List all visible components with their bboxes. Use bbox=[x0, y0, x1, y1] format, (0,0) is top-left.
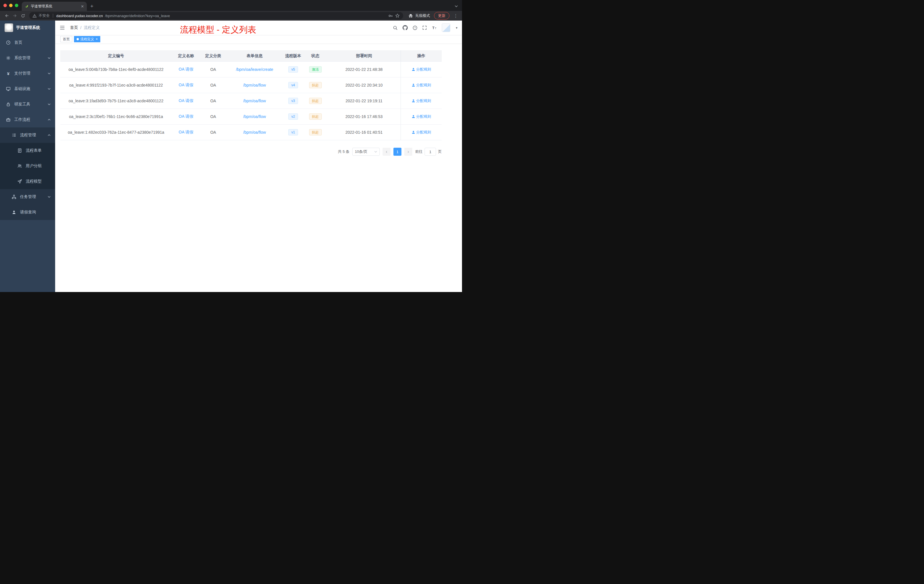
window-zoom-button[interactable] bbox=[15, 4, 18, 7]
form-icon bbox=[17, 148, 22, 153]
security-label[interactable]: 不安全 bbox=[39, 13, 50, 18]
window-close-button[interactable] bbox=[3, 4, 7, 7]
sidebar-item-infrastructure[interactable]: 基础设施 bbox=[0, 81, 55, 97]
update-button[interactable]: 更新 bbox=[434, 12, 449, 20]
tree-icon bbox=[12, 195, 16, 199]
hamburger-icon[interactable] bbox=[60, 25, 65, 30]
current-page-button[interactable]: 1 bbox=[393, 148, 401, 156]
list-icon bbox=[12, 133, 16, 137]
status-badge: 激活 bbox=[309, 66, 322, 73]
column-header-name: 定义名称 bbox=[172, 50, 200, 61]
form-info-link[interactable]: /bpm/oa/flow bbox=[243, 130, 266, 135]
sidebar-item-process-management[interactable]: 流程管理 bbox=[0, 127, 55, 143]
sidebar-item-task-management[interactable]: 任务管理 bbox=[0, 189, 55, 205]
definition-name-link[interactable]: OA 请假 bbox=[178, 130, 193, 135]
table-header-row: 定义编号 定义名称 定义分类 表单信息 流程版本 状态 部署时间 操作 bbox=[60, 50, 442, 62]
form-info-link[interactable]: /bpm/oa/flow bbox=[243, 114, 266, 119]
briefcase-icon bbox=[6, 117, 11, 122]
sidebar-item-label: 基础设施 bbox=[14, 86, 30, 91]
assign-rule-link[interactable]: 分配规则 bbox=[412, 82, 431, 88]
lock-icon bbox=[6, 102, 11, 107]
assign-rule-link[interactable]: 分配规则 bbox=[412, 114, 431, 119]
sidebar-item-label: 首页 bbox=[14, 40, 22, 45]
goto-prefix: 前往 bbox=[415, 149, 422, 154]
sidebar-item-leave-query[interactable]: 请假查询 bbox=[0, 205, 55, 220]
sidebar-item-label: 流程模型 bbox=[26, 179, 42, 184]
version-badge: v5 bbox=[288, 66, 298, 73]
forward-icon[interactable] bbox=[11, 12, 19, 20]
tab-close-icon[interactable]: ✕ bbox=[81, 4, 84, 8]
active-tag-dot bbox=[77, 38, 79, 40]
window-minimize-button[interactable] bbox=[9, 4, 13, 7]
navbar-actions: ? TT ▾ bbox=[393, 23, 457, 32]
fullscreen-icon[interactable] bbox=[422, 25, 427, 30]
breadcrumb-home[interactable]: 首页 bbox=[70, 25, 78, 30]
assign-rule-label: 分配规则 bbox=[416, 82, 431, 88]
back-icon[interactable] bbox=[3, 12, 11, 20]
next-page-button[interactable]: › bbox=[404, 148, 412, 156]
sidebar-item-label: 系统管理 bbox=[14, 55, 30, 61]
assign-rule-link[interactable]: 分配规则 bbox=[412, 130, 431, 135]
form-info-link[interactable]: /bpm/oa/flow bbox=[243, 83, 266, 87]
page-content: 定义编号 定义名称 定义分类 表单信息 流程版本 状态 部署时间 操作 oa_l… bbox=[55, 43, 462, 292]
new-tab-button[interactable]: + bbox=[90, 3, 93, 10]
main-area: 流程模型 - 定义列表 首页 / 流程定义 bbox=[55, 21, 462, 292]
security-warning-icon[interactable] bbox=[33, 14, 36, 18]
assign-rule-link[interactable]: 分配规则 bbox=[412, 98, 431, 104]
sidebar-item-system[interactable]: 系统管理 bbox=[0, 50, 55, 66]
browser-menu-icon[interactable]: ⋮ bbox=[452, 13, 459, 18]
cell-definition-id: oa_leave:4:991f2193-7b7f-11ec-a3c8-acde4… bbox=[60, 78, 172, 93]
paper-plane-icon bbox=[17, 179, 22, 184]
logo-avatar bbox=[5, 23, 13, 32]
address-bar[interactable]: 不安全 dashboard.yudao.iocoder.cn/bpm/manag… bbox=[29, 12, 403, 20]
form-info-link[interactable]: /bpm/oa/flow bbox=[243, 99, 266, 103]
browser-tab[interactable]: 芋道管理系统 ✕ bbox=[22, 2, 87, 11]
sidebar-item-process-form[interactable]: 流程表单 bbox=[0, 143, 55, 158]
definition-name-link[interactable]: OA 请假 bbox=[178, 82, 193, 88]
page-size-select[interactable]: 10条/页 bbox=[352, 148, 380, 156]
tag-process-definition[interactable]: 流程定义 × bbox=[74, 36, 100, 42]
goto-page: 前往 页 bbox=[415, 148, 442, 156]
sidebar-item-label: 用户分组 bbox=[26, 163, 42, 168]
monitor-icon bbox=[6, 87, 11, 91]
font-size-icon[interactable]: TT bbox=[432, 25, 437, 30]
tag-close-icon[interactable]: × bbox=[96, 37, 98, 41]
tab-search-chevron-icon[interactable] bbox=[455, 5, 458, 7]
url-path: /bpm/manager/definition?key=oa_leave bbox=[105, 14, 170, 18]
tag-label: 流程定义 bbox=[80, 37, 94, 42]
table-row: oa_leave:4:991f2193-7b7f-11ec-a3c8-acde4… bbox=[60, 78, 442, 93]
bookmark-star-icon[interactable] bbox=[395, 13, 400, 18]
goto-page-input[interactable] bbox=[424, 148, 436, 156]
sidebar-item-user-group[interactable]: 用户分组 bbox=[0, 158, 55, 174]
screen: 芋道管理系统 ✕ + 不安全 dashboard.yudao.iocoder.c… bbox=[0, 0, 462, 292]
sidebar-item-process-model[interactable]: 流程模型 bbox=[0, 174, 55, 189]
prev-page-button[interactable]: ‹ bbox=[383, 148, 391, 156]
cell-deploy-time: 2022-01-16 17:46:53 bbox=[327, 109, 401, 124]
avatar[interactable] bbox=[442, 23, 450, 32]
tab-favicon-icon bbox=[25, 4, 28, 8]
password-key-icon[interactable] bbox=[388, 13, 393, 18]
definition-name-link[interactable]: OA 请假 bbox=[178, 98, 193, 104]
status-badge: 挂起 bbox=[309, 98, 322, 104]
github-icon[interactable] bbox=[403, 25, 408, 30]
avatar-caret-icon[interactable]: ▾ bbox=[456, 26, 457, 30]
cell-category: OA bbox=[200, 78, 226, 93]
sidebar-item-dev-tools[interactable]: 研发工具 bbox=[0, 97, 55, 112]
table-row: oa_leave:3:1fad3d93-7b75-11ec-a3c8-acde4… bbox=[60, 93, 442, 109]
search-icon[interactable] bbox=[393, 25, 398, 30]
cell-deploy-time: 2022-01-22 19:19:11 bbox=[327, 93, 401, 109]
assign-rule-link[interactable]: 分配规则 bbox=[412, 67, 431, 72]
sidebar-item-home[interactable]: 首页 bbox=[0, 35, 55, 50]
tag-home[interactable]: 首页 bbox=[60, 36, 72, 42]
cell-definition-id: oa_leave:3:1fad3d93-7b75-11ec-a3c8-acde4… bbox=[60, 93, 172, 109]
app-root: 芋道管理系统 首页 系统管理 ¥ 支付管理 bbox=[0, 21, 462, 292]
sidebar-item-payment[interactable]: ¥ 支付管理 bbox=[0, 66, 55, 81]
form-info-link[interactable]: /bpm/oa/leave/create bbox=[236, 67, 274, 72]
sidebar-logo[interactable]: 芋道管理系统 bbox=[0, 21, 55, 35]
definition-name-link[interactable]: OA 请假 bbox=[178, 114, 193, 119]
sidebar-item-workflow[interactable]: 工作流程 bbox=[0, 112, 55, 127]
reload-icon[interactable] bbox=[19, 12, 27, 20]
help-icon[interactable]: ? bbox=[412, 25, 417, 30]
definition-name-link[interactable]: OA 请假 bbox=[178, 67, 193, 72]
user-icon bbox=[412, 115, 415, 118]
